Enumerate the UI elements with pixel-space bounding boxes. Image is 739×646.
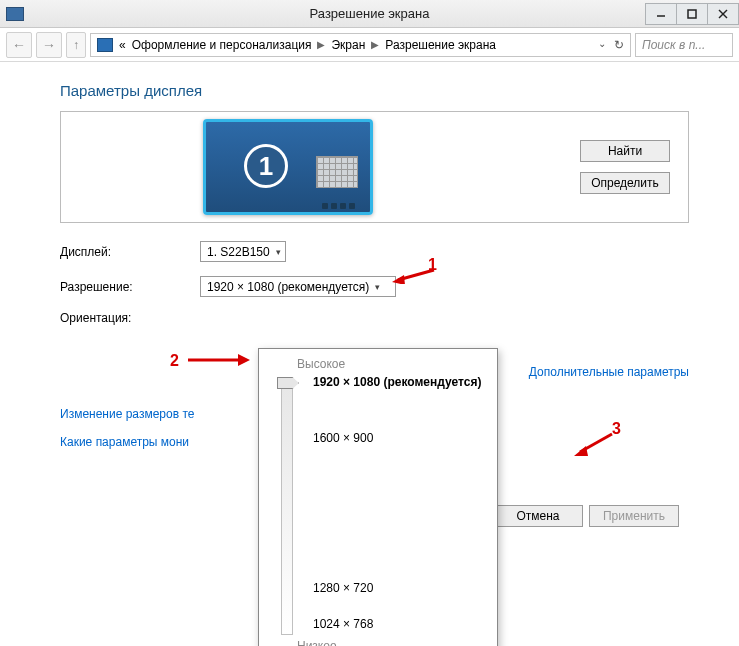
svg-marker-9	[574, 446, 588, 456]
popup-high-label: Высокое	[297, 357, 485, 371]
chevron-right-icon: ▶	[371, 39, 379, 50]
breadcrumb-item[interactable]: Разрешение экрана	[385, 38, 496, 52]
back-button[interactable]: ←	[6, 32, 32, 58]
window-icon	[6, 7, 24, 21]
svg-rect-1	[688, 10, 696, 18]
resolution-slider[interactable]	[281, 377, 293, 635]
display-icon	[97, 38, 113, 52]
monitor-taskbar-icon	[322, 203, 360, 209]
maximize-button[interactable]	[676, 3, 708, 25]
annotation-1: 1	[428, 256, 437, 274]
content-area: Параметры дисплея 1 Найти Определить Дис…	[0, 62, 739, 547]
resolution-dropdown[interactable]: 1920 × 1080 (рекомендуется) ▾	[200, 276, 396, 297]
address-row: ← → ↑ « Оформление и персонализация ▶ Эк…	[0, 28, 739, 62]
find-button[interactable]: Найти	[580, 140, 670, 162]
chevron-right-icon: ▶	[317, 39, 325, 50]
display-label: Дисплей:	[60, 245, 200, 259]
which-monitor-link[interactable]: Какие параметры мони	[60, 435, 189, 449]
arrow-left-icon: ←	[12, 37, 26, 53]
forward-button[interactable]: →	[36, 32, 62, 58]
minimize-button[interactable]	[645, 3, 677, 25]
detect-button[interactable]: Определить	[580, 172, 670, 194]
annotation-arrow-icon	[184, 350, 250, 370]
chevron-down-icon[interactable]: ⌄	[598, 38, 606, 52]
resolution-value: 1920 × 1080 (рекомендуется)	[207, 280, 369, 294]
display-preview: 1 Найти Определить	[60, 111, 689, 223]
apply-button[interactable]: Применить	[589, 505, 679, 527]
up-button[interactable]: ↑	[66, 32, 86, 58]
annotation-3: 3	[612, 420, 621, 438]
popup-low-label: Низкое	[297, 639, 485, 646]
annotation-2: 2	[170, 352, 179, 370]
display-dropdown[interactable]: 1. S22B150 ▾	[200, 241, 286, 262]
breadcrumb-item[interactable]: Оформление и персонализация	[132, 38, 312, 52]
resolution-label: Разрешение:	[60, 280, 200, 294]
breadcrumb-item[interactable]: Экран	[331, 38, 365, 52]
svg-marker-7	[238, 354, 250, 366]
svg-marker-5	[392, 275, 405, 284]
resolution-option[interactable]: 1280 × 720	[313, 581, 373, 595]
search-input[interactable]: Поиск в п...	[635, 33, 733, 57]
titlebar: Разрешение экрана	[0, 0, 739, 28]
resolution-option[interactable]: 1024 × 768	[313, 617, 373, 631]
window-controls	[646, 3, 739, 25]
window-title: Разрешение экрана	[310, 6, 430, 21]
resolution-popup: Высокое 1920 × 1080 (рекомендуется) 1600…	[258, 348, 498, 646]
chevron-down-icon: ▾	[375, 282, 380, 292]
orientation-label: Ориентация:	[60, 311, 200, 325]
display-value: 1. S22B150	[207, 245, 270, 259]
monitor-number: 1	[244, 144, 288, 188]
close-button[interactable]	[707, 3, 739, 25]
advanced-link[interactable]: Дополнительные параметры	[529, 365, 689, 379]
resolution-option[interactable]: 1600 × 900	[313, 431, 373, 445]
search-placeholder: Поиск в п...	[642, 38, 705, 52]
breadcrumb-prefix: «	[119, 38, 126, 52]
page-heading: Параметры дисплея	[60, 82, 689, 99]
resize-text-link[interactable]: Изменение размеров те	[60, 407, 194, 421]
resolution-option[interactable]: 1920 × 1080 (рекомендуется)	[313, 375, 481, 389]
arrow-up-icon: ↑	[73, 38, 79, 52]
monitor-thumbnail[interactable]: 1	[203, 119, 373, 215]
cancel-button[interactable]: Отмена	[493, 505, 583, 527]
arrow-right-icon: →	[42, 37, 56, 53]
slider-thumb[interactable]	[277, 377, 299, 389]
breadcrumb-bar[interactable]: « Оформление и персонализация ▶ Экран ▶ …	[90, 33, 631, 57]
monitor-grid-icon	[316, 156, 358, 188]
refresh-icon[interactable]: ↻	[614, 38, 624, 52]
chevron-down-icon: ▾	[276, 247, 281, 257]
